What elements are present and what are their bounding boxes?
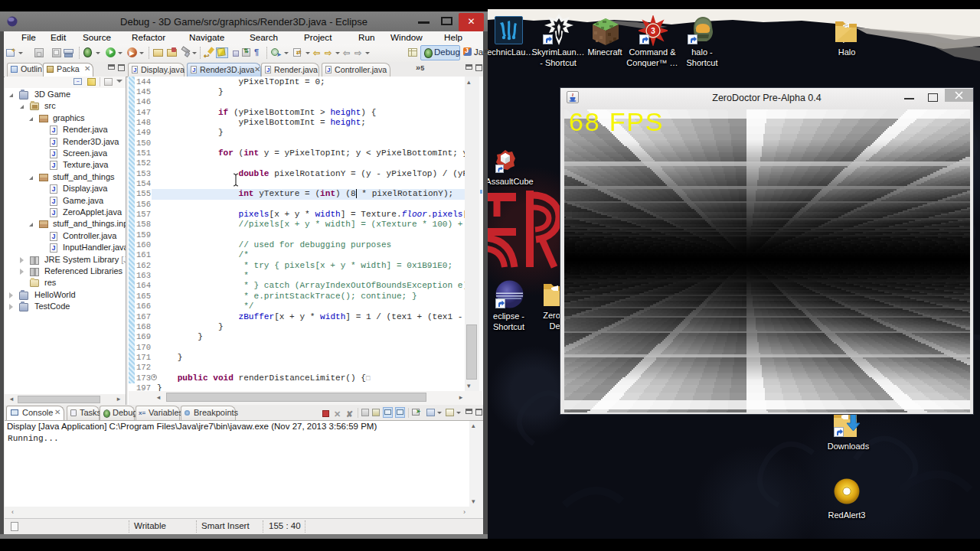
svg-text:3: 3	[651, 27, 655, 35]
